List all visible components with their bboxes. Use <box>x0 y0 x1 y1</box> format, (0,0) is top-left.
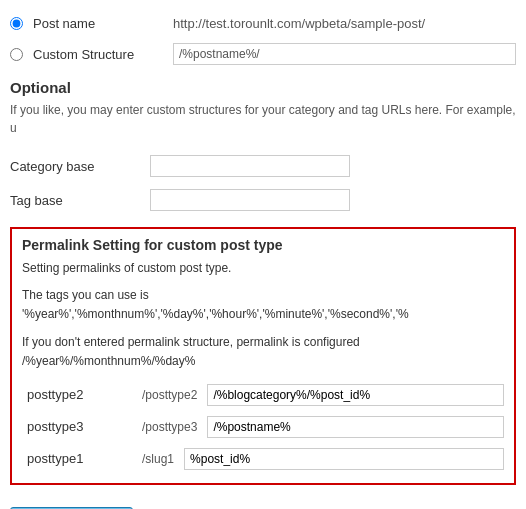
base-row-1: Tag base <box>0 183 526 217</box>
posttype-input-0[interactable] <box>207 384 504 406</box>
posttype-row-2: posttype1/slug1 <box>22 443 504 475</box>
posttype-row-0: posttype2/posttype2 <box>22 379 504 411</box>
posttype-input-1[interactable] <box>207 416 504 438</box>
custom-post-desc3: If you don't entered permalink structure… <box>22 333 504 371</box>
posttype-prefix-2: /slug1 <box>142 452 174 466</box>
radio-input-custom-structure[interactable] <box>173 43 516 65</box>
custom-post-title: Permalink Setting for custom post type <box>22 237 504 253</box>
posttype-label-2: posttype1 <box>22 451 132 466</box>
posttype-label-1: posttype3 <box>22 419 132 434</box>
posttype-input-2[interactable] <box>184 448 504 470</box>
page-wrapper: Post namehttp://test.torounlt.com/wpbeta… <box>0 0 526 509</box>
optional-title: Optional <box>10 79 516 96</box>
base-row-0: Category base <box>0 149 526 183</box>
radio-value-post-name: http://test.torounlt.com/wpbeta/sample-p… <box>173 16 425 31</box>
radio-post-name[interactable] <box>10 17 23 30</box>
radio-label-post-name: Post name <box>33 16 163 31</box>
posttype-label-0: posttype2 <box>22 387 132 402</box>
radio-label-custom-structure: Custom Structure <box>33 47 163 62</box>
custom-post-box: Permalink Setting for custom post type S… <box>10 227 516 485</box>
radio-custom-structure[interactable] <box>10 48 23 61</box>
custom-post-desc1: Setting permalinks of custom post type. <box>22 259 504 278</box>
posttype-prefix-1: /posttype3 <box>142 420 197 434</box>
posttype-row-1: posttype3/posttype3 <box>22 411 504 443</box>
base-label-0: Category base <box>10 159 140 174</box>
posttype-prefix-0: /posttype2 <box>142 388 197 402</box>
optional-desc: If you like, you may enter custom struct… <box>10 101 516 137</box>
optional-section: Optional If you like, you may enter cust… <box>0 71 526 149</box>
radio-row-post-name: Post namehttp://test.torounlt.com/wpbeta… <box>0 10 526 37</box>
custom-post-desc2: The tags you can use is '%year%','%month… <box>22 286 504 324</box>
base-input-1[interactable] <box>150 189 350 211</box>
base-label-1: Tag base <box>10 193 140 208</box>
base-input-0[interactable] <box>150 155 350 177</box>
radio-row-custom-structure: Custom Structure <box>0 37 526 71</box>
